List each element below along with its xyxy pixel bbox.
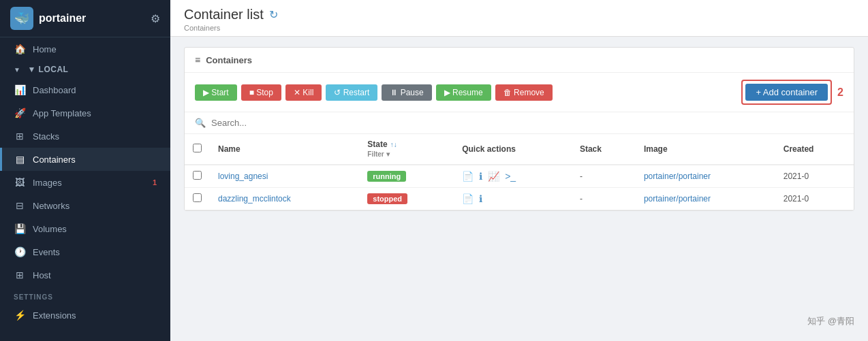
search-bar: 🔍 — [185, 112, 854, 134]
th-stack: Stack — [572, 134, 636, 165]
row1-doc-icon[interactable]: 📄 — [462, 171, 474, 182]
add-container-highlight-box: + Add container — [741, 80, 832, 105]
containers-table: Name State ↑↓ Filter ▾ Qui — [185, 134, 854, 210]
volumes-icon: 💾 — [14, 223, 26, 234]
row2-info-icon[interactable]: ℹ — [479, 193, 482, 204]
row1-chart-icon[interactable]: 📈 — [488, 171, 499, 182]
th-name: Name — [210, 134, 359, 165]
sidebar-item-images[interactable]: 🖼 Images 1 — [0, 171, 170, 194]
state-filter-icon[interactable]: Filter ▾ — [367, 150, 389, 158]
containers-panel: ≡ Containers ▶ Start ■ Stop ✕ Kill ↺ Res… — [184, 47, 854, 211]
sidebar-item-home[interactable]: 🏠 Home — [0, 37, 170, 61]
sidebar-logo[interactable]: 🐳 portainer ⚙ — [0, 0, 170, 37]
refresh-icon[interactable]: ↻ — [269, 8, 278, 21]
breadcrumb: Containers — [184, 24, 854, 32]
row1-checkbox[interactable] — [193, 171, 202, 180]
row1-name-cell: loving_agnesi — [210, 165, 359, 188]
th-quick-actions: Quick actions — [454, 134, 572, 165]
restart-button[interactable]: ↺ Restart — [326, 84, 377, 101]
row2-image-cell: portainer/portainer — [636, 188, 775, 210]
row1-quick-actions: 📄 ℹ 📈 >_ — [462, 171, 563, 182]
row1-state-cell: running — [359, 165, 454, 188]
sidebar-item-volumes[interactable]: 💾 Volumes — [0, 217, 170, 240]
row1-terminal-icon[interactable]: >_ — [505, 171, 516, 182]
settings-gear-icon[interactable]: ⚙ — [151, 12, 160, 25]
panel-header: ≡ Containers — [185, 48, 854, 73]
table-row: dazzling_mcclintock stopped 📄 ℹ - — [185, 188, 854, 210]
row2-checkbox-cell — [185, 188, 210, 210]
row1-quick-actions-cell: 📄 ℹ 📈 >_ — [454, 165, 572, 188]
content-area: ≡ Containers ▶ Start ■ Stop ✕ Kill ↺ Res… — [170, 37, 868, 341]
add-container-button[interactable]: + Add container — [745, 84, 828, 101]
th-created: Created — [775, 134, 854, 165]
stop-button[interactable]: ■ Stop — [241, 84, 281, 101]
sidebar-item-containers[interactable]: ▤ Containers — [0, 148, 170, 171]
row2-quick-actions: 📄 ℹ — [462, 193, 563, 204]
sidebar-item-stacks[interactable]: ⊞ Stacks — [0, 125, 170, 148]
sidebar: 🐳 portainer ⚙ 🏠 Home ▼ ▼ LOCAL 📊 Dashboa… — [0, 0, 170, 341]
row2-created-cell: 2021-0 — [775, 188, 854, 210]
dashboard-icon: 📊 — [14, 84, 26, 95]
row1-image-link[interactable]: portainer/portainer — [644, 172, 711, 181]
row1-status-badge: running — [367, 171, 406, 182]
pause-button[interactable]: ⏸ Pause — [382, 84, 431, 101]
state-sort-icon: ↑↓ — [390, 141, 397, 148]
row1-info-icon[interactable]: ℹ — [479, 171, 482, 182]
search-input[interactable] — [211, 118, 347, 128]
containers-icon: ▤ — [14, 154, 26, 165]
page-header: Container list ↻ Containers — [170, 0, 868, 37]
th-image: Image — [636, 134, 775, 165]
row2-status-badge: stopped — [367, 193, 407, 204]
row1-created-cell: 2021-0 — [775, 165, 854, 188]
row1-checkbox-cell — [185, 165, 210, 188]
host-icon: ⊞ — [14, 270, 26, 280]
networks-icon: ⊟ — [14, 200, 26, 211]
row2-state-cell: stopped — [359, 188, 454, 210]
sidebar-item-host[interactable]: ⊞ Host — [0, 263, 170, 287]
row1-image-cell: portainer/portainer — [636, 165, 775, 188]
row2-image-link[interactable]: portainer/portainer — [644, 194, 711, 204]
table-header-row: Name State ↑↓ Filter ▾ Qui — [185, 134, 854, 165]
row2-name-cell: dazzling_mcclintock — [210, 188, 359, 210]
logo-icon: 🐳 — [10, 7, 33, 30]
sidebar-item-extensions[interactable]: ⚡ Extensions — [0, 304, 170, 327]
app-templates-icon: 🚀 — [14, 108, 26, 118]
row2-stack-cell: - — [572, 188, 636, 210]
settings-section-label: SETTINGS — [0, 287, 170, 304]
page-title: Container list ↻ — [184, 7, 854, 22]
stacks-icon: ⊞ — [14, 131, 26, 142]
th-state[interactable]: State ↑↓ Filter ▾ — [359, 134, 454, 165]
sidebar-item-networks[interactable]: ⊟ Networks — [0, 194, 170, 217]
annotation-2: 2 — [837, 86, 843, 99]
row2-name-link[interactable]: dazzling_mcclintock — [218, 194, 291, 204]
chevron-down-icon: ▼ — [14, 66, 20, 74]
remove-button[interactable]: 🗑 Remove — [495, 84, 553, 101]
table-row: loving_agnesi running 📄 ℹ 📈 >_ — [185, 165, 854, 188]
select-all-checkbox[interactable] — [193, 144, 202, 152]
home-icon: 🏠 — [14, 44, 26, 54]
events-icon: 🕐 — [14, 246, 26, 257]
images-badge: 1 — [153, 178, 157, 186]
sidebar-item-dashboard[interactable]: 📊 Dashboard — [0, 78, 170, 101]
row1-stack-cell: - — [572, 165, 636, 188]
row1-name-link[interactable]: loving_agnesi — [218, 172, 268, 181]
images-icon: 🖼 — [14, 177, 26, 188]
extensions-icon: ⚡ — [14, 310, 26, 321]
row2-quick-actions-cell: 📄 ℹ — [454, 188, 572, 210]
sidebar-item-events[interactable]: 🕐 Events — [0, 240, 170, 263]
th-select — [185, 134, 210, 165]
logo-text: portainer — [39, 12, 86, 25]
main-content: Container list ↻ Containers ≡ Containers… — [170, 0, 868, 341]
resume-button[interactable]: ▶ Resume — [436, 84, 491, 101]
row2-checkbox[interactable] — [193, 193, 202, 202]
sidebar-item-app-templates[interactable]: 🚀 App Templates — [0, 101, 170, 125]
kill-button[interactable]: ✕ Kill — [285, 84, 322, 101]
row2-doc-icon[interactable]: 📄 — [462, 193, 474, 204]
search-icon: 🔍 — [195, 118, 206, 128]
local-header: ▼ ▼ LOCAL — [0, 61, 170, 78]
start-button[interactable]: ▶ Start — [195, 84, 237, 101]
panel-icon: ≡ — [195, 54, 200, 65]
toolbar: ▶ Start ■ Stop ✕ Kill ↺ Restart ⏸ Pause … — [185, 73, 854, 112]
